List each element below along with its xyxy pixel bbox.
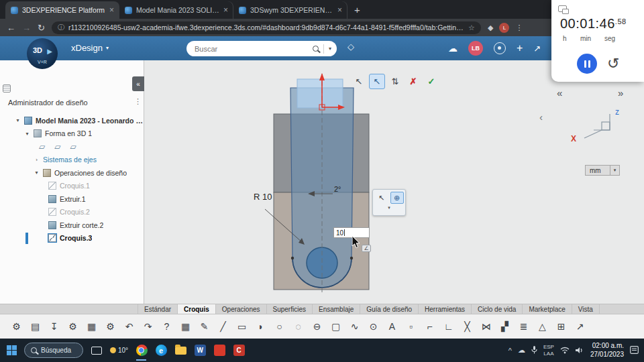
tree-expand-icon[interactable]: ▾ [34,170,40,176]
tree-item-planes[interactable]: ▱ ▱ ▱ [0,140,143,154]
dock-panel-icon[interactable] [3,84,11,93]
word-taskbar-icon[interactable]: W [194,345,206,357]
plane-xy-icon[interactable]: ▱ [39,142,45,152]
collapse-right-icon[interactable]: ‹ [539,111,543,123]
arc-tool-icon[interactable]: ◗ [255,321,266,332]
pause-button[interactable] [577,54,597,74]
plane-zx-icon[interactable]: ▱ [70,142,76,152]
language-indicator[interactable]: ESP LAA [543,344,554,356]
viewport[interactable]: ↖↖⇅✗✓ R 10 2° 10 ↖⊕ ▾ « » ‹ z X mm ▾ [144,60,644,304]
picture-in-picture-icon[interactable] [558,5,567,12]
ribbon-tab-ciclo-de-vida[interactable]: Ciclo de vida [472,304,523,314]
notification-center-icon[interactable] [630,345,639,357]
triangle-tool-icon[interactable]: △ [537,321,548,332]
ribbon-tab-guia-de-diseno[interactable]: Guía de diseño [360,304,419,314]
machine-settings-icon[interactable]: ⚙ [67,321,78,332]
volume-icon[interactable] [576,345,584,357]
tree-item-operaciones[interactable]: ▾ Operaciones de diseño [0,166,143,180]
reload-icon[interactable]: ↻ [38,23,45,33]
export-sheet-tool-icon[interactable]: ↗ [574,321,586,332]
tag-icon[interactable]: ◇ [347,42,354,52]
ribbon-tab-vista[interactable]: Vista [572,304,600,314]
undo-icon[interactable]: ↶ [123,321,135,332]
plane-yz-icon[interactable]: ▱ [54,142,60,152]
ribbon-tab-croquis[interactable]: Croquis [178,304,216,314]
tree-item-croquis-1[interactable]: Croquis.1 [0,180,143,193]
search-icon[interactable] [313,46,319,52]
user-avatar[interactable]: LB [468,41,483,56]
export-model-icon[interactable]: ↧ [48,321,60,332]
mini-toolbar-chevron-icon[interactable]: ▾ [388,205,390,210]
chamfer-tool-icon[interactable]: ∟ [443,321,454,332]
mirror-tool-icon[interactable]: ⋈ [480,321,492,332]
tab-close-icon[interactable]: × [223,5,228,15]
add-content-button[interactable]: + [517,42,523,54]
constraints-tool-icon[interactable]: ⇅ [387,74,403,89]
search-input[interactable] [195,45,308,53]
tree-collapsed-icon[interactable]: › [34,157,40,163]
url-bar[interactable]: ⓘ r1132100926485-usw2-academia-ifwe.3dex… [52,21,481,34]
sketch-canvas[interactable] [144,60,644,304]
start-button[interactable] [7,345,17,355]
slot-tool-icon[interactable]: ▢ [330,321,341,332]
units-dropdown[interactable]: mm ▾ [585,165,620,176]
preferences-gear-icon[interactable]: ⚙ [105,321,116,332]
tree-item-forma-3d[interactable]: ▾ Forma en 3D 1 [0,127,143,141]
collapse-panel-button[interactable]: « [132,76,144,91]
file-explorer-taskbar-icon[interactable] [174,345,186,357]
expand-right-panel-icon[interactable]: » [618,87,623,99]
global-search[interactable]: ▾ [186,41,337,56]
pointer-mode-icon[interactable]: ↖ [369,74,385,89]
rectangle-tool-icon[interactable]: ▭ [236,321,248,332]
sketch-picture-icon[interactable]: ✎ [199,321,210,332]
text-tool-icon[interactable]: A [386,321,398,332]
corner-tool-icon[interactable]: ⌐ [424,321,435,332]
browser-tab-3dexperience[interactable]: 3DEXPERIENCE Platform × [5,1,119,19]
new-tab-button[interactable]: + [354,4,360,15]
tree-root-model[interactable]: ▾ Model Mania 2023 - Leonardo Bar... [0,114,143,127]
help-icon[interactable]: ? [161,321,172,332]
ribbon-tab-operaciones[interactable]: Operaciones [216,304,267,314]
community-icon[interactable] [494,42,506,54]
ribbon-tab-marketplace[interactable]: Marketplace [523,304,572,314]
project-geometry-tool-icon[interactable]: ⊞ [555,321,567,332]
wifi-icon[interactable] [560,345,570,357]
edge-taskbar-icon[interactable]: e [155,345,167,357]
reset-icon[interactable]: ↺ [607,56,619,71]
tree-expand-icon[interactable]: ▾ [15,117,21,123]
tree-item-extruir-corte-2[interactable]: Extruir corte.2 [0,219,143,232]
task-view-button[interactable] [91,345,103,357]
validate-sketch-icon[interactable]: ✓ [423,74,439,89]
tree-expand-icon[interactable]: ▾ [24,131,30,137]
tray-expand-icon[interactable]: ^ [508,347,512,355]
grid-display-icon[interactable]: ▦ [86,321,97,332]
browser-tab-3dswym[interactable]: 3DSwym 3DEXPERIENCE Edu | S... × [233,1,347,19]
tab-close-icon[interactable]: × [337,5,342,15]
radius-dimension-label[interactable]: R 10 [254,192,272,202]
browser-tab-model-mania[interactable]: Model Mania 2023 SOLIDWORK... × [119,1,233,19]
3dexperience-compass-logo[interactable]: 3D ▶ V+R [27,38,58,69]
tree-item-extruir-1[interactable]: Extruir.1 [0,192,143,206]
construction-circle-tool-icon[interactable]: ◌ [292,321,304,332]
taskbar-search-input[interactable] [41,347,78,354]
clock[interactable]: 02:00 a.m. 27/01/2023 [590,342,624,359]
ribbon-tab-estandar[interactable]: Estándar [138,304,178,314]
taskbar-search[interactable] [24,343,83,358]
units-chevron-icon[interactable]: ▾ [610,168,619,173]
orientation-compass[interactable]: z X [571,107,623,149]
ellipse-tool-icon[interactable]: ⊖ [311,321,323,332]
trim-tool-icon[interactable]: ╳ [462,321,473,332]
extensions-icon[interactable]: ◆ [488,23,493,32]
spline-tool-icon[interactable]: ∿ [349,321,360,332]
microphone-icon[interactable] [531,345,537,357]
mini-constraint-icon[interactable]: ⊕ [390,192,404,204]
browser-menu-icon[interactable]: ⋮ [515,23,523,32]
redo-icon[interactable]: ↷ [142,321,154,332]
hatch-tool-icon[interactable]: ≣ [518,321,529,332]
sketch-grid-icon[interactable]: ▦ [180,321,191,332]
weather-widget[interactable]: 10° [110,347,128,354]
tree-item-croquis-2[interactable]: Croquis.2 [0,206,143,219]
panel-display-icon[interactable]: ▤ [30,321,41,332]
ribbon-tab-superficies[interactable]: Superficies [267,304,313,314]
point-tool-icon[interactable]: ▫ [405,321,417,332]
